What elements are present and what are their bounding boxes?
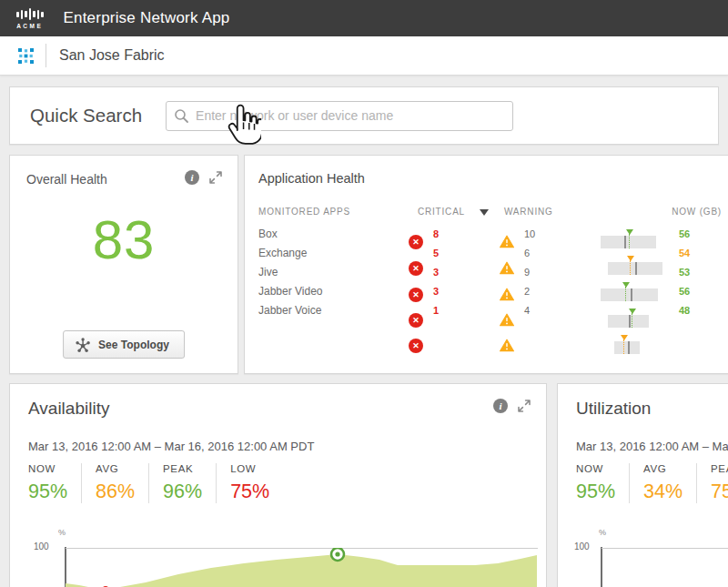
search-icon [174, 108, 189, 124]
area-series [66, 554, 537, 587]
topology-icon [75, 337, 91, 353]
utilization-stats: NOW 95% AVG 34% PEAK 75% [576, 463, 728, 503]
warning-icon [500, 235, 514, 249]
y-axis-tick-100: 100 [574, 541, 590, 552]
usage-gauge [608, 262, 662, 275]
warning-icon [500, 313, 514, 328]
quick-search-card: Quick Search [9, 86, 719, 145]
divider [46, 44, 46, 67]
warning-icon [500, 339, 514, 353]
usage-gauge [601, 288, 658, 301]
gridline-100 [602, 548, 728, 549]
search-input-wrap [166, 101, 513, 131]
stat-avg: AVG 34% [643, 463, 697, 503]
utilization-title: Utilization [576, 399, 651, 419]
overall-health-card: Overall Health i 83 See Topology [9, 155, 238, 374]
logo-text: ACME [16, 23, 43, 29]
stat-peak: PEAK 96% [163, 463, 217, 503]
stat-now: NOW 95% [28, 463, 82, 503]
availability-area-chart [66, 548, 538, 587]
availability-card: Availability i Mar 13, 2016 12:00 AM – M… [9, 383, 547, 587]
context-bar: San Jose Fabric [0, 36, 728, 76]
info-icon[interactable]: i [185, 170, 199, 185]
fabric-icon [18, 48, 34, 64]
stat-peak: PEAK 75% [711, 463, 728, 503]
application-health-card: Application Health MONITORED APPS CRITIC… [244, 155, 728, 374]
y-axis-tick-100: 100 [34, 541, 49, 552]
warning-icon [500, 288, 514, 302]
availability-stats: NOW 95% AVG 86% PEAK 96% LOW 75% [28, 463, 297, 503]
site-name: San Jose Fabric [59, 47, 165, 64]
date-range: Mar 13, 2016 12:00 AM – Mar 16, 2016 12:… [28, 440, 314, 453]
availability-title: Availability [28, 399, 109, 419]
signal-bars-icon [16, 8, 44, 21]
quick-search-label: Quick Search [30, 105, 142, 127]
stat-low: LOW 75% [230, 463, 283, 503]
overall-health-title: Overall Health [26, 172, 107, 187]
acme-logo[interactable]: ACME [16, 8, 44, 29]
top-app-bar: ACME Enterprise Network App [0, 0, 728, 36]
usage-gauge [608, 315, 649, 328]
search-input[interactable] [166, 101, 513, 131]
y-axis-unit: % [58, 528, 66, 537]
utilization-card: Utilization Mar 13, 2016 12:00 AM – Mar … [557, 383, 728, 587]
hand-cursor-icon [224, 104, 261, 149]
stat-now: NOW 95% [576, 463, 630, 503]
warning-icon [500, 261, 514, 276]
expand-icon[interactable] [208, 170, 223, 185]
see-topology-label: See Topology [98, 339, 169, 351]
app-title: Enterprise Network App [64, 9, 230, 27]
y-axis-unit: % [599, 528, 606, 537]
stat-avg: AVG 86% [96, 463, 149, 503]
usage-gauge [601, 236, 656, 248]
see-topology-button[interactable]: See Topology [63, 330, 185, 359]
page: { "colors": { "green": "#6db33f", "orang… [0, 0, 728, 587]
expand-icon[interactable] [517, 399, 531, 413]
health-score: 83 [10, 208, 238, 271]
info-icon[interactable]: i [493, 399, 508, 413]
peak-point-dot [335, 552, 339, 556]
date-range: Mar 13, 2016 12:00 AM – Mar 1 [576, 440, 728, 453]
y-axis-line [601, 547, 602, 587]
usage-gauge [614, 341, 640, 354]
